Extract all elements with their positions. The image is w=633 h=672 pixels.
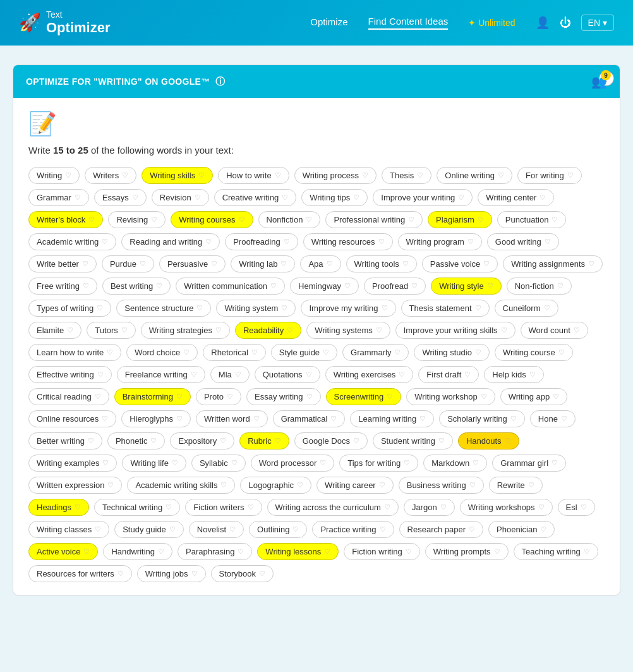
- tag-heart-icon[interactable]: ♡: [510, 415, 517, 423]
- tag-heart-icon[interactable]: ♡: [588, 260, 594, 268]
- tag-heart-icon[interactable]: ♡: [172, 459, 178, 467]
- tag-item[interactable]: Writing strategies♡: [141, 322, 230, 339]
- tag-heart-icon[interactable]: ♡: [198, 171, 205, 180]
- tag-item[interactable]: Non-fiction♡: [507, 278, 572, 295]
- tag-heart-icon[interactable]: ♡: [191, 570, 198, 578]
- tag-item[interactable]: Writing systems♡: [306, 322, 390, 339]
- tag-item[interactable]: How to write♡: [218, 167, 289, 184]
- tag-item[interactable]: Fiction writers♡: [185, 499, 262, 516]
- tag-heart-icon[interactable]: ♡: [469, 481, 476, 489]
- tag-heart-icon[interactable]: ♡: [353, 193, 359, 202]
- tag-item[interactable]: Writing lab♡: [231, 255, 295, 272]
- tag-heart-icon[interactable]: ♡: [259, 570, 265, 578]
- tag-item[interactable]: Good writing♡: [487, 233, 559, 250]
- tag-heart-icon[interactable]: ♡: [275, 437, 281, 445]
- tag-heart-icon[interactable]: ♡: [544, 304, 550, 312]
- tag-heart-icon[interactable]: ♡: [408, 216, 414, 224]
- tag-heart-icon[interactable]: ♡: [253, 415, 260, 423]
- user-icon-btn[interactable]: 👤: [536, 16, 550, 30]
- tag-item[interactable]: Tutors♡: [87, 322, 135, 339]
- tag-item[interactable]: Writing app♡: [500, 388, 568, 405]
- tag-item[interactable]: Writing workshop♡: [406, 388, 495, 405]
- tag-heart-icon[interactable]: ♡: [211, 260, 217, 268]
- tag-heart-icon[interactable]: ♡: [227, 393, 233, 401]
- tag-item[interactable]: Word choice♡: [126, 344, 198, 361]
- tag-heart-icon[interactable]: ♡: [464, 370, 471, 379]
- tag-item[interactable]: Critical reading♡: [28, 388, 109, 405]
- tag-item[interactable]: For writing♡: [517, 167, 582, 184]
- tag-item[interactable]: Writing exercises♡: [325, 366, 414, 383]
- tag-heart-icon[interactable]: ♡: [65, 171, 71, 180]
- tag-heart-icon[interactable]: ♡: [483, 260, 490, 268]
- tag-heart-icon[interactable]: ♡: [473, 459, 479, 467]
- tag-item[interactable]: Learn how to write♡: [28, 344, 121, 361]
- tag-heart-icon[interactable]: ♡: [235, 370, 241, 379]
- tag-heart-icon[interactable]: ♡: [561, 415, 567, 423]
- tag-item[interactable]: Business writing♡: [399, 477, 484, 494]
- tag-item[interactable]: Writing system♡: [216, 300, 296, 317]
- tag-heart-icon[interactable]: ♡: [83, 282, 89, 290]
- tag-item[interactable]: Research paper♡: [399, 521, 484, 538]
- tag-item[interactable]: Headings♡: [28, 499, 89, 516]
- tag-item[interactable]: Writing career♡: [316, 477, 394, 494]
- tag-item[interactable]: Writing♡: [28, 167, 80, 184]
- tag-heart-icon[interactable]: ♡: [95, 525, 101, 534]
- tag-heart-icon[interactable]: ♡: [557, 282, 564, 290]
- tag-heart-icon[interactable]: ♡: [287, 326, 293, 334]
- tag-heart-icon[interactable]: ♡: [540, 525, 546, 534]
- tag-item[interactable]: Reading and writing♡: [121, 233, 220, 250]
- tag-heart-icon[interactable]: ♡: [323, 348, 329, 357]
- tag-heart-icon[interactable]: ♡: [220, 481, 227, 489]
- tag-item[interactable]: Writing prompts♡: [425, 543, 509, 560]
- tag-item[interactable]: Learning writing♡: [350, 410, 434, 427]
- tag-item[interactable]: Tips for writing♡: [339, 455, 418, 472]
- tag-heart-icon[interactable]: ♡: [584, 547, 590, 556]
- tag-item[interactable]: Writing tools♡: [346, 255, 417, 272]
- tag-heart-icon[interactable]: ♡: [528, 481, 534, 489]
- tag-heart-icon[interactable]: ♡: [320, 459, 326, 467]
- tag-heart-icon[interactable]: ♡: [122, 171, 128, 180]
- tag-heart-icon[interactable]: ♡: [469, 525, 475, 534]
- tag-item[interactable]: Writing courses♡: [171, 211, 253, 228]
- tag-item[interactable]: Persuasive♡: [159, 255, 226, 272]
- tag-item[interactable]: Rewrite♡: [489, 477, 543, 494]
- tag-item[interactable]: Academic writing skills♡: [127, 477, 235, 494]
- tag-heart-icon[interactable]: ♡: [378, 238, 385, 246]
- tag-item[interactable]: Cuneiform♡: [495, 300, 558, 317]
- tag-heart-icon[interactable]: ♡: [399, 370, 405, 379]
- tag-item[interactable]: Brainstorming♡: [114, 388, 191, 405]
- tag-heart-icon[interactable]: ♡: [494, 547, 500, 556]
- tag-heart-icon[interactable]: ♡: [292, 525, 299, 534]
- tag-heart-icon[interactable]: ♡: [195, 193, 201, 202]
- tag-heart-icon[interactable]: ♡: [538, 503, 545, 511]
- tag-heart-icon[interactable]: ♡: [239, 216, 245, 224]
- tag-item[interactable]: Written communication♡: [176, 278, 285, 295]
- tag-item[interactable]: Phonetic♡: [107, 432, 166, 449]
- tag-heart-icon[interactable]: ♡: [324, 547, 330, 556]
- tag-heart-icon[interactable]: ♡: [280, 260, 287, 268]
- tag-item[interactable]: Writer's block♡: [28, 211, 103, 228]
- tag-item[interactable]: Storybook♡: [211, 565, 274, 582]
- tag-item[interactable]: Grammar girl♡: [492, 455, 566, 472]
- tag-heart-icon[interactable]: ♡: [102, 238, 108, 246]
- tag-heart-icon[interactable]: ♡: [387, 393, 393, 401]
- tag-item[interactable]: Writing across the curriculum♡: [267, 499, 399, 516]
- nav-optimize[interactable]: Optimize: [310, 16, 347, 29]
- tag-item[interactable]: Essay writing♡: [246, 388, 321, 405]
- tag-item[interactable]: Logographic♡: [240, 477, 311, 494]
- tag-heart-icon[interactable]: ♡: [581, 503, 587, 511]
- tag-item[interactable]: Written expression♡: [28, 477, 122, 494]
- tag-heart-icon[interactable]: ♡: [362, 171, 368, 180]
- tag-heart-icon[interactable]: ♡: [282, 193, 288, 202]
- tag-heart-icon[interactable]: ♡: [380, 525, 386, 534]
- tag-heart-icon[interactable]: ♡: [553, 393, 559, 401]
- tag-heart-icon[interactable]: ♡: [481, 393, 487, 401]
- tag-item[interactable]: Proofreading♡: [225, 233, 298, 250]
- tag-item[interactable]: Online resources♡: [28, 410, 116, 427]
- nav-unlimited[interactable]: ✦ Unlimited: [468, 18, 515, 28]
- tag-heart-icon[interactable]: ♡: [552, 459, 558, 467]
- tag-item[interactable]: Elamite♡: [28, 322, 81, 339]
- tag-item[interactable]: Grammatical♡: [273, 410, 346, 427]
- tag-item[interactable]: Essays♡: [94, 189, 147, 206]
- tag-heart-icon[interactable]: ♡: [558, 348, 565, 357]
